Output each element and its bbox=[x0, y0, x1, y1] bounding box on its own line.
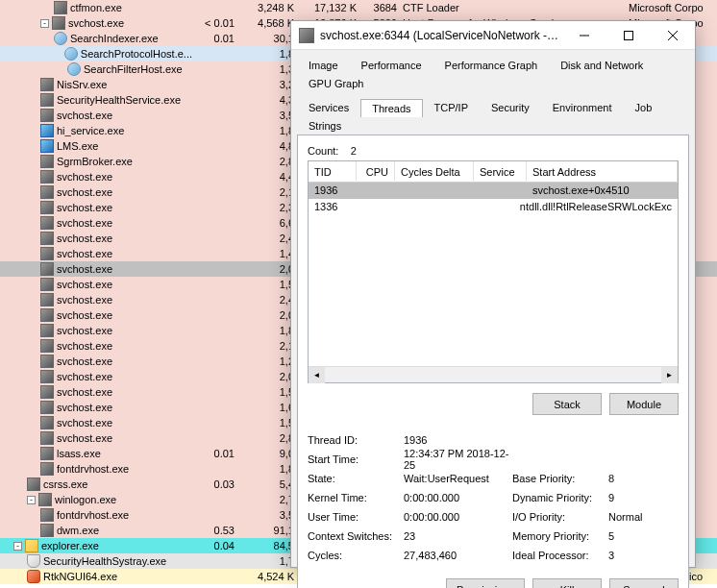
process-icon bbox=[40, 109, 54, 122]
tab-performance-graph[interactable]: Performance Graph bbox=[433, 56, 550, 74]
close-button[interactable] bbox=[651, 21, 695, 50]
titlebar[interactable]: svchost.exe:6344 (LocalServiceNoNetwork … bbox=[291, 21, 695, 50]
process-name: svchost.exe bbox=[57, 384, 112, 400]
process-name: svchost.exe bbox=[57, 415, 112, 430]
process-name: SearchFilterHost.exe bbox=[84, 61, 183, 77]
detail-label: I/O Priority: bbox=[512, 511, 608, 523]
properties-dialog: svchost.exe:6344 (LocalServiceNoNetwork … bbox=[290, 20, 696, 568]
process-icon bbox=[27, 478, 40, 491]
process-icon bbox=[54, 32, 67, 45]
detail-value: 5 bbox=[608, 530, 676, 542]
thread-row[interactable]: 1936svchost.exe+0x4510 bbox=[309, 183, 678, 199]
process-icon bbox=[40, 401, 54, 414]
module-button[interactable]: Module bbox=[609, 393, 679, 415]
detail-label: Cycles: bbox=[308, 550, 404, 561]
detail-label: Ideal Processor: bbox=[512, 550, 608, 561]
tab-security[interactable]: Security bbox=[480, 98, 541, 116]
process-icon bbox=[40, 385, 54, 399]
process-name: fontdrvhost.exe bbox=[57, 507, 129, 523]
process-name: ctfmon.exe bbox=[70, 0, 122, 15]
process-name: explorer.exe bbox=[41, 538, 99, 553]
process-icon bbox=[40, 447, 54, 460]
thread-details: Thread ID:1936Start Time:12:34:37 PM 201… bbox=[308, 430, 679, 565]
count-value: 2 bbox=[351, 145, 357, 157]
process-name: svchost.exe bbox=[57, 246, 112, 261]
col-service[interactable]: Service bbox=[474, 161, 527, 183]
detail-label: State: bbox=[308, 473, 404, 484]
process-icon bbox=[40, 462, 54, 476]
process-name: svchost.exe bbox=[57, 169, 112, 184]
title-icon bbox=[299, 28, 314, 43]
process-icon bbox=[25, 539, 38, 552]
process-name: svchost.exe bbox=[57, 200, 112, 215]
permissions-button[interactable]: Permissions bbox=[446, 578, 525, 588]
process-icon bbox=[40, 324, 54, 337]
detail-label: Thread ID: bbox=[308, 434, 404, 446]
kill-button[interactable]: Kill bbox=[532, 578, 602, 588]
tab-strings[interactable]: Strings bbox=[297, 116, 353, 135]
detail-label: Memory Priority: bbox=[512, 530, 608, 542]
process-name: SearchIndexer.exe bbox=[70, 31, 159, 46]
tabs-row-2: ServicesThreadsTCP/IPSecurityEnvironment… bbox=[291, 92, 695, 135]
scroll-left-icon[interactable]: ◄ bbox=[309, 367, 325, 383]
horizontal-scrollbar[interactable]: ◄ ► bbox=[309, 366, 678, 382]
col-start-address[interactable]: Start Address bbox=[527, 161, 678, 183]
process-icon bbox=[40, 170, 54, 184]
tabs-row-1: ImagePerformancePerformance GraphDisk an… bbox=[291, 50, 695, 92]
process-name: SearchProtocolHost.e... bbox=[81, 46, 192, 61]
tree-expander-icon[interactable]: - bbox=[40, 19, 49, 28]
tab-disk-and-network[interactable]: Disk and Network bbox=[549, 56, 655, 74]
col-cpu[interactable]: CPU bbox=[357, 161, 395, 183]
tab-threads[interactable]: Threads bbox=[360, 99, 422, 117]
process-icon bbox=[40, 139, 54, 153]
detail-label: Kernel Time: bbox=[308, 492, 404, 503]
tab-services[interactable]: Services bbox=[297, 98, 360, 116]
thread-row[interactable]: 1336ntdll.dll!RtlReleaseSRWLockExc bbox=[309, 199, 678, 215]
process-name: SgrmBroker.exe bbox=[57, 154, 133, 169]
tree-expander-icon[interactable]: - bbox=[13, 542, 22, 551]
detail-value: Normal bbox=[608, 511, 676, 523]
list-header[interactable]: TID CPU Cycles Delta Service Start Addre… bbox=[309, 161, 678, 183]
detail-value: 27,483,460 bbox=[404, 550, 512, 561]
process-icon bbox=[40, 355, 54, 368]
suspend-button[interactable]: Suspend bbox=[609, 578, 679, 588]
tab-performance[interactable]: Performance bbox=[350, 56, 433, 74]
minimize-button[interactable] bbox=[562, 21, 606, 50]
process-icon bbox=[40, 370, 54, 383]
process-icon bbox=[52, 16, 65, 30]
process-icon bbox=[40, 124, 54, 137]
scroll-right-icon[interactable]: ► bbox=[661, 367, 678, 383]
process-name: SecurityHealthService.exe bbox=[57, 92, 181, 108]
process-icon bbox=[40, 308, 54, 322]
detail-value: 23 bbox=[404, 530, 512, 542]
count-label: Count: bbox=[308, 145, 338, 157]
stack-button[interactable]: Stack bbox=[532, 393, 602, 415]
process-row[interactable]: ctfmon.exe3,248 K17,132 K3684CTF LoaderM… bbox=[0, 0, 717, 15]
maximize-button[interactable] bbox=[606, 21, 651, 50]
thread-count: Count: 2 bbox=[308, 145, 679, 157]
process-name: svchost.exe bbox=[57, 400, 112, 415]
col-cycles[interactable]: Cycles Delta bbox=[395, 161, 474, 183]
process-name: svchost.exe bbox=[57, 231, 112, 246]
process-icon bbox=[40, 262, 54, 276]
threads-list[interactable]: TID CPU Cycles Delta Service Start Addre… bbox=[308, 160, 679, 383]
process-icon bbox=[54, 1, 67, 14]
tab-environment[interactable]: Environment bbox=[541, 98, 624, 116]
process-name: lsass.exe bbox=[57, 446, 101, 461]
tree-expander-icon[interactable]: - bbox=[27, 496, 36, 504]
process-name: winlogon.exe bbox=[55, 492, 116, 507]
process-icon bbox=[38, 493, 52, 506]
detail-value: 12:34:37 PM 2018-12-25 bbox=[404, 448, 512, 471]
tab-tcp/ip[interactable]: TCP/IP bbox=[423, 98, 480, 116]
process-icon bbox=[40, 216, 54, 230]
tab-image[interactable]: Image bbox=[297, 56, 350, 74]
col-tid[interactable]: TID bbox=[309, 161, 357, 183]
tab-job[interactable]: Job bbox=[624, 98, 664, 116]
process-icon bbox=[40, 93, 54, 107]
process-icon bbox=[40, 155, 54, 168]
process-name: NisSrv.exe bbox=[57, 77, 107, 92]
svg-rect-0 bbox=[625, 31, 633, 39]
detail-label: Context Switches: bbox=[308, 530, 404, 542]
detail-value: 9 bbox=[608, 492, 676, 503]
tab-gpu-graph[interactable]: GPU Graph bbox=[297, 74, 375, 92]
